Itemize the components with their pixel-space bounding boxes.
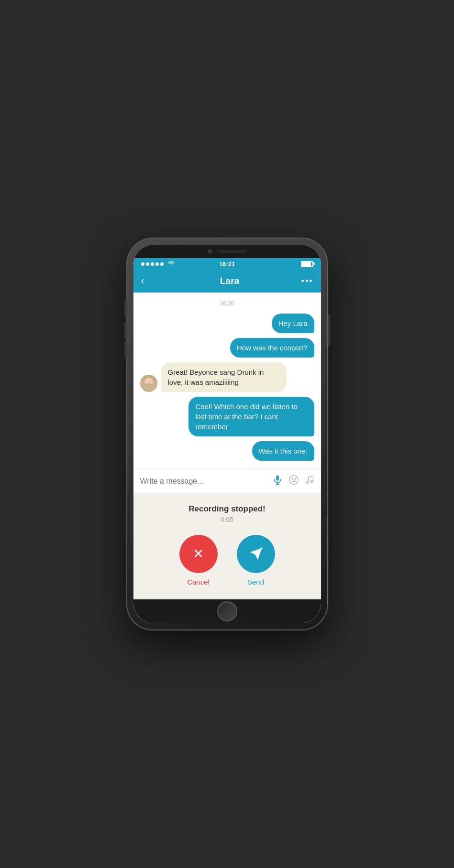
recording-time: 0:05 <box>221 516 233 523</box>
svg-rect-0 <box>276 476 279 481</box>
phone-frame: 16:21 ‹ Lara ••• 16:20 Hey Lara How was … <box>127 238 328 630</box>
back-button[interactable]: ‹ <box>141 275 158 287</box>
message-row: Great! Beyonce sang Drunk in love, it wa… <box>140 362 314 392</box>
status-bar: 16:21 <box>133 258 321 270</box>
message-row: Was it this one: <box>140 441 314 461</box>
cancel-group: ✕ Cancel <box>179 535 218 586</box>
send-group: Send <box>237 535 275 586</box>
cancel-label: Cancel <box>187 578 210 586</box>
signal-dot-5 <box>160 262 164 266</box>
chat-area: 16:20 Hey Lara How was the concert? Grea… <box>133 293 321 469</box>
svg-point-4 <box>292 478 293 479</box>
more-button[interactable]: ••• <box>301 276 313 286</box>
nav-bar: ‹ Lara ••• <box>133 270 321 293</box>
signal-dot-1 <box>141 262 144 266</box>
phone-screen: 16:21 ‹ Lara ••• 16:20 Hey Lara How was … <box>133 245 321 623</box>
signal-dot-3 <box>151 262 154 266</box>
message-bubble: Cool! Which one did we listen to last ti… <box>188 397 314 436</box>
phone-bottom-bar <box>133 599 321 623</box>
status-time: 16:21 <box>199 260 256 268</box>
status-left <box>141 260 199 268</box>
recording-title: Recording stopped! <box>188 504 266 514</box>
message-input[interactable] <box>140 477 266 486</box>
message-bubble: How was the concert? <box>230 338 314 358</box>
camera-dot <box>208 249 212 254</box>
chat-timestamp: 16:20 <box>140 300 314 307</box>
signal-indicator <box>141 262 164 266</box>
signal-dot-4 <box>155 262 159 266</box>
nav-title: Lara <box>158 276 301 286</box>
microphone-icon[interactable] <box>272 475 283 488</box>
avatar-image <box>140 375 157 392</box>
wifi-icon <box>167 260 175 268</box>
send-label: Send <box>247 578 264 586</box>
recording-buttons: ✕ Cancel Send <box>179 535 275 586</box>
phone-top-bar <box>133 245 321 258</box>
svg-point-7 <box>310 480 313 483</box>
emoji-icon[interactable] <box>288 475 299 488</box>
avatar <box>140 375 157 392</box>
message-row: Hey Lara <box>140 314 314 333</box>
input-area <box>133 469 321 493</box>
recording-panel: Recording stopped! 0:05 ✕ Cancel <box>133 493 321 599</box>
svg-point-5 <box>294 478 295 479</box>
message-bubble: Hey Lara <box>272 314 314 333</box>
cancel-button[interactable]: ✕ <box>179 535 218 573</box>
message-row: How was the concert? <box>140 338 314 358</box>
message-bubble: Great! Beyonce sang Drunk in love, it wa… <box>161 362 287 392</box>
speaker-bar <box>218 250 247 253</box>
message-bubble: Was it this one: <box>252 441 314 461</box>
x-icon: ✕ <box>193 547 204 561</box>
send-button[interactable] <box>237 535 275 573</box>
home-button[interactable] <box>217 601 237 621</box>
message-row: Cool! Which one did we listen to last ti… <box>140 397 314 436</box>
svg-point-6 <box>306 481 308 484</box>
battery-icon <box>301 261 313 267</box>
svg-point-3 <box>289 476 298 484</box>
music-icon[interactable] <box>305 475 314 487</box>
battery-fill <box>302 262 311 266</box>
signal-dot-2 <box>146 262 149 266</box>
status-right <box>256 261 313 267</box>
